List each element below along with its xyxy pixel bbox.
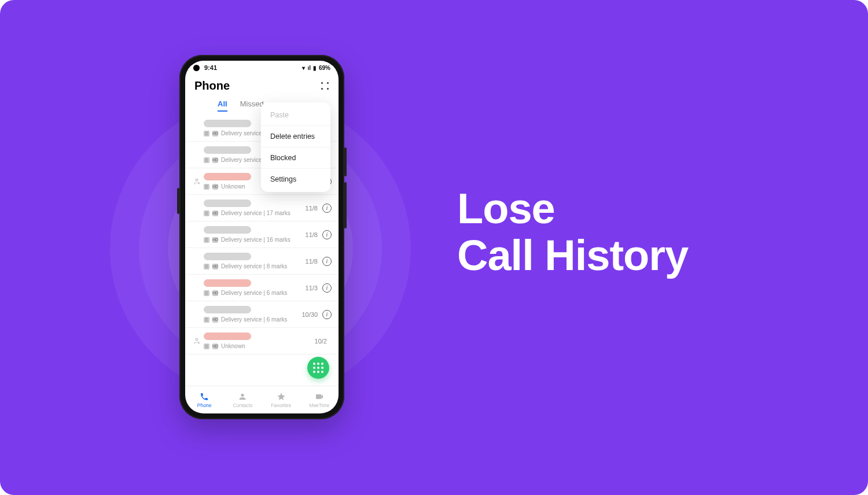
menu-delete-entries[interactable]: Delete entries — [261, 126, 330, 147]
row-body: ▯HDDelivery service | 16 marks — [204, 226, 306, 243]
row-subtext: Delivery service | 8 marks — [221, 263, 287, 269]
redacted-caller-name — [204, 253, 251, 260]
row-body: ▯HDDelivery service | 8 marks — [204, 253, 306, 269]
sim-icon: ▯ — [204, 131, 209, 136]
battery-percent: 69% — [319, 65, 330, 71]
call-info-button[interactable]: i — [322, 283, 332, 293]
row-subline: ▯HDDelivery service | 8 marks — [204, 263, 306, 269]
title-bar: Phone — [185, 75, 339, 96]
star-icon — [277, 392, 286, 401]
phone-side-button — [344, 182, 347, 228]
phone-side-button — [177, 188, 179, 214]
nav-favorites[interactable]: Favorites — [262, 386, 300, 413]
sim-icon: ▯ — [204, 157, 209, 163]
sim-icon: ▯ — [204, 210, 209, 216]
hd-icon: HD — [212, 210, 218, 216]
call-row[interactable]: ▯HDUnknown10/2 — [185, 328, 339, 354]
hd-icon: HD — [212, 317, 218, 323]
dialpad-icon — [313, 363, 323, 373]
call-row[interactable]: ▯HDDelivery service | 16 marks11/8i — [185, 221, 339, 248]
row-subline: ▯HDDelivery service | 6 marks — [204, 316, 301, 323]
bottom-nav: Phone Contacts Favorites MeeTime — [185, 386, 339, 413]
hd-icon: HD — [212, 264, 218, 269]
hd-icon: HD — [212, 343, 218, 349]
redacted-caller-name — [204, 200, 251, 207]
tab-missed[interactable]: Missed — [240, 99, 264, 112]
menu-paste[interactable]: Paste — [261, 105, 330, 126]
headline: Lose Call History — [457, 185, 688, 279]
call-info-button[interactable]: i — [322, 230, 332, 239]
sim-icon: ▯ — [204, 264, 209, 269]
headline-line2: Call History — [457, 232, 688, 279]
promo-canvas: Lose Call History 9:41 ▾ ıl ▮ 69% — [0, 0, 868, 495]
hd-icon: HD — [212, 184, 218, 190]
phone-mockup: 9:41 ▾ ıl ▮ 69% Phone All Missed — [179, 55, 344, 419]
phone-side-button — [344, 147, 347, 176]
row-subtext: Unknown — [221, 343, 245, 349]
redacted-caller-name — [204, 333, 251, 340]
row-date: 10/30 — [301, 311, 318, 318]
overflow-menu: Paste Delete entries Blocked Settings — [261, 102, 330, 192]
nav-contacts[interactable]: Contacts — [223, 386, 262, 413]
headline-line1: Lose — [457, 185, 688, 232]
row-subtext: Delivery service | 6 marks — [221, 316, 287, 323]
row-body: ▯HDDelivery service | 6 marks — [204, 306, 301, 323]
row-left-icon — [192, 178, 201, 186]
phone-screen: 9:41 ▾ ıl ▮ 69% Phone All Missed — [185, 61, 339, 413]
redacted-caller-name — [204, 146, 251, 154]
hd-icon: HD — [212, 131, 218, 136]
row-date: 11/8 — [306, 231, 318, 238]
call-row[interactable]: ▯HDDelivery service | 6 marks11/3i — [185, 275, 339, 301]
status-bar: 9:41 ▾ ıl ▮ 69% — [185, 61, 339, 75]
row-body: ▯HDUnknown — [204, 333, 315, 349]
sim-icon: ▯ — [204, 237, 209, 243]
battery-icon: ▮ — [313, 65, 317, 71]
row-subtext: Delivery service | 16 marks — [221, 237, 290, 243]
app-title: Phone — [194, 79, 230, 93]
call-row[interactable]: ▯HDDelivery service | 8 marks11/8i — [185, 248, 339, 275]
row-date: 10/2 — [315, 338, 327, 345]
camera-punch-hole — [193, 65, 200, 71]
row-subline: ▯HDDelivery service | 6 marks — [204, 290, 306, 296]
missed-call-person-icon — [193, 178, 201, 186]
phone-icon — [200, 392, 209, 401]
row-subline: ▯HDDelivery service | 17 marks — [204, 210, 306, 216]
menu-blocked[interactable]: Blocked — [261, 147, 330, 169]
row-subtext: Delivery service | 17 marks — [221, 210, 290, 216]
sim-icon: ▯ — [204, 343, 209, 349]
tab-all[interactable]: All — [218, 99, 227, 112]
row-body: ▯HDDelivery service | 6 marks — [204, 279, 306, 296]
row-body: ▯HDDelivery service | 17 marks — [204, 200, 306, 216]
row-subline: ▯HDDelivery service | 16 marks — [204, 237, 306, 243]
call-info-button[interactable]: i — [322, 204, 332, 213]
nav-phone[interactable]: Phone — [185, 386, 223, 413]
status-time: 9:41 — [204, 64, 217, 71]
nav-meetime[interactable]: MeeTime — [300, 386, 339, 413]
nav-contacts-label: Contacts — [233, 402, 253, 408]
row-subtext: Unknown — [221, 183, 245, 190]
call-info-button[interactable]: i — [322, 257, 332, 266]
dialpad-fab[interactable] — [307, 357, 329, 379]
row-subtext: Delivery service | 6 marks — [221, 290, 287, 296]
call-info-button[interactable]: i — [322, 310, 332, 319]
call-row[interactable]: ▯HDDelivery service | 17 marks11/8i — [185, 195, 339, 221]
row-date: 11/8 — [306, 258, 318, 265]
menu-settings[interactable]: Settings — [261, 169, 330, 190]
contacts-icon — [238, 392, 247, 401]
svg-point-3 — [196, 338, 198, 341]
missed-call-person-icon — [193, 337, 201, 345]
svg-point-0 — [196, 179, 198, 181]
overflow-menu-button[interactable] — [320, 82, 329, 91]
sim-icon: ▯ — [204, 184, 209, 190]
video-icon — [315, 392, 324, 401]
row-subline: ▯HDUnknown — [204, 343, 315, 349]
signal-icon: ıl — [307, 65, 311, 71]
hd-icon: HD — [212, 157, 218, 163]
hd-icon: HD — [212, 290, 218, 296]
call-row[interactable]: ▯HDDelivery service | 6 marks10/30i — [185, 301, 339, 328]
redacted-caller-name — [204, 306, 251, 313]
row-date: 11/8 — [306, 205, 318, 212]
redacted-caller-name — [204, 226, 251, 234]
hd-icon: HD — [212, 237, 218, 243]
redacted-caller-name — [204, 173, 251, 180]
